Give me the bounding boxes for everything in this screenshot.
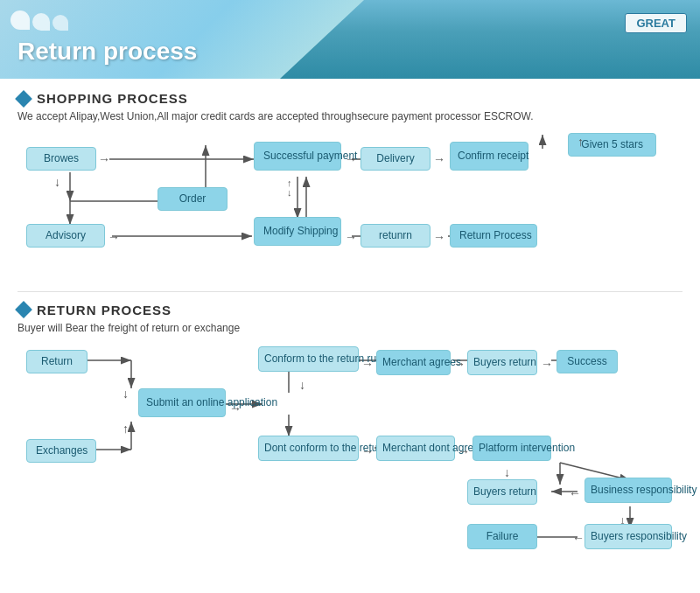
- left-arrow-br: ←: [569, 486, 581, 500]
- exchanges-box: Exchanges: [26, 439, 96, 464]
- diamond-icon-2: [15, 301, 32, 318]
- h-arrow-ret-rp: →: [433, 230, 445, 244]
- advisory-box: Advisory: [26, 224, 105, 248]
- header: Return process GREAT: [0, 0, 700, 79]
- h-arrow-br1: →: [541, 357, 553, 371]
- confirm-receipt-box: Confirm receipt: [450, 142, 528, 171]
- page-title: Return process: [18, 38, 197, 66]
- return-title: RETURN PROCESS: [37, 303, 172, 317]
- buyers-return1-box: Buyers return: [467, 350, 537, 376]
- h-arrow-ms-ret: →: [345, 230, 357, 244]
- delivery-box: Delivery: [360, 147, 430, 171]
- business-responsibility-box: Business responsibility: [584, 478, 672, 504]
- shopping-description: We accept Alipay,West Union,All major cr…: [18, 109, 682, 124]
- main-content: SHOPPING PROCESS We accept Alipay,West U…: [0, 79, 700, 567]
- modify-shipping-box: Modify Shipping: [254, 217, 341, 247]
- updown-arrows: ↑↓: [287, 178, 292, 198]
- shopping-section-header: SHOPPING PROCESS: [18, 91, 682, 106]
- return-process-box: Return Process: [450, 224, 537, 248]
- order-box: Order: [158, 187, 228, 212]
- h-arrow-adv: →: [108, 230, 120, 244]
- logo: [10, 10, 68, 31]
- shopping-title: SHOPPING PROCESS: [37, 91, 188, 106]
- return-section-header: RETURN PROCESS: [18, 303, 682, 317]
- successful-payment-box: Successful payment: [254, 142, 341, 171]
- platform-intervention-box: Platform intervention: [472, 436, 551, 462]
- conform-rules-box: Conform to the return rules: [258, 346, 359, 373]
- h-arrow-del-cr: →: [433, 152, 445, 166]
- left-arrow-failure: ←: [572, 531, 584, 545]
- down-arrow-pi: ↓: [504, 465, 510, 479]
- buyers-responsibility-box: Buyers responsibility: [584, 524, 672, 550]
- up-arrow-cr-gs: ↑: [578, 135, 584, 149]
- submit-online-box: Submit an online application: [138, 388, 226, 418]
- dont-conform-box: Dont conform to the return rules: [258, 436, 359, 462]
- h-arrow-mda: →: [458, 444, 470, 458]
- buyers-return2-box: Buyers return: [467, 479, 537, 506]
- up-arrow-exchanges: ↑: [122, 422, 129, 436]
- section-divider: [18, 291, 682, 292]
- h-arrow-dc: →: [361, 444, 374, 458]
- return-description: Buyer will Bear the freight of return or…: [18, 321, 682, 336]
- failure-box: Failure: [467, 524, 537, 550]
- merchant-agrees-box: Merchant agrees: [376, 350, 451, 376]
- browes-box: Browes: [26, 147, 96, 171]
- h-arrow-browes: →: [98, 152, 110, 166]
- return-diagram: Return ↓ Submit an online application Ex…: [18, 345, 682, 555]
- shopping-diagram: Given 5 stars Browes → Successful paymen…: [18, 133, 682, 277]
- great-badge: GREAT: [625, 13, 687, 33]
- success-box: Success: [556, 350, 618, 374]
- diamond-icon: [15, 90, 32, 108]
- h-arrow-submit: →: [229, 401, 242, 415]
- retunrn-box: retunrn: [360, 224, 430, 248]
- down-arrow-browes: ↓: [54, 175, 60, 189]
- h-arrow-sp-del: →: [345, 152, 357, 166]
- h-arrow-conform: →: [361, 357, 374, 371]
- h-arrow-ma: →: [453, 357, 466, 371]
- down-arrow-conform: ↓: [299, 378, 305, 392]
- return-box: Return: [26, 350, 88, 374]
- down-arrow-return: ↓: [122, 387, 129, 401]
- merchant-dont-agrees-box: Merchant dont agrees: [376, 436, 455, 462]
